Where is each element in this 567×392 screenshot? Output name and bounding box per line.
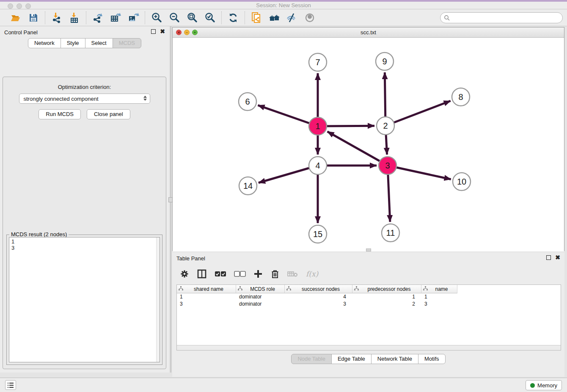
save-session-icon[interactable] bbox=[27, 11, 40, 24]
control-panel-tabs: Network Style Select MCDS bbox=[0, 38, 169, 48]
canvas-grip[interactable] bbox=[366, 248, 371, 251]
network-graph[interactable]: 1234678910111415 bbox=[173, 38, 565, 251]
network-window-titlebar[interactable]: ✕ − + scc.txt bbox=[173, 28, 564, 38]
mcds-result-list[interactable]: 1 3 bbox=[9, 237, 160, 362]
network-canvas[interactable]: 1234678910111415 bbox=[173, 38, 564, 251]
table-row[interactable]: 3dominator323 bbox=[177, 301, 561, 308]
export-table-icon[interactable] bbox=[109, 11, 122, 24]
export-image-icon[interactable] bbox=[127, 11, 140, 24]
node-label: 8 bbox=[458, 92, 463, 102]
refresh-group bbox=[222, 11, 245, 24]
column-tree-icon bbox=[423, 286, 428, 292]
app-title: Session: New Session bbox=[0, 2, 567, 8]
graph-node-2[interactable]: 2 bbox=[377, 117, 394, 135]
node-table: shared nameMCDS rolesuccessor nodesprede… bbox=[176, 284, 561, 351]
delete-column-icon[interactable] bbox=[270, 269, 280, 279]
graph-node-7[interactable]: 7 bbox=[309, 53, 327, 71]
node-label: 2 bbox=[383, 121, 388, 130]
tab-edge-table[interactable]: Edge Table bbox=[331, 354, 372, 364]
column-header-name[interactable]: name bbox=[421, 285, 457, 293]
table-cell[interactable]: 1 bbox=[421, 293, 457, 301]
close-panel-icon[interactable]: ✖ bbox=[160, 29, 165, 34]
hide-selected-icon[interactable] bbox=[286, 11, 298, 24]
tab-style[interactable]: Style bbox=[61, 38, 85, 48]
node-label: 10 bbox=[457, 177, 466, 186]
deselect-all-rows-icon[interactable] bbox=[234, 271, 246, 277]
maximize-network-icon[interactable]: + bbox=[192, 30, 198, 35]
table-row[interactable]: 1dominator411 bbox=[177, 293, 561, 301]
zoom-selected-icon[interactable] bbox=[204, 11, 216, 24]
graph-node-1[interactable]: 1 bbox=[309, 117, 327, 135]
column-header-predecessor-nodes[interactable]: predecessor nodes bbox=[352, 285, 421, 293]
node-label: 4 bbox=[315, 161, 320, 170]
graph-node-3[interactable]: 3 bbox=[379, 157, 396, 174]
column-header-shared-name[interactable]: shared name bbox=[177, 285, 236, 293]
edge-2-8[interactable] bbox=[385, 101, 451, 126]
table-cell[interactable]: 2 bbox=[352, 301, 421, 308]
clone-network-icon[interactable] bbox=[250, 11, 263, 24]
edge-3-10[interactable] bbox=[388, 166, 451, 179]
chevron-up-down-icon bbox=[143, 96, 147, 101]
tab-motifs[interactable]: Motifs bbox=[418, 354, 446, 364]
graph-node-10[interactable]: 10 bbox=[453, 173, 471, 190]
run-mcds-button[interactable]: Run MCDS bbox=[39, 109, 81, 119]
graph-node-15[interactable]: 15 bbox=[309, 225, 327, 243]
graph-node-14[interactable]: 14 bbox=[239, 177, 257, 195]
edge-1-6[interactable] bbox=[258, 105, 318, 126]
mcds-result-group: MCDS result (2 nodes) 1 3 bbox=[6, 235, 162, 365]
tab-node-table[interactable]: Node Table bbox=[291, 354, 332, 364]
network-search-input[interactable] bbox=[440, 12, 563, 23]
show-columns-icon[interactable] bbox=[197, 269, 207, 279]
table-cell[interactable]: dominator bbox=[236, 293, 285, 301]
add-column-icon[interactable] bbox=[253, 269, 263, 279]
close-network-icon[interactable]: ✕ bbox=[176, 30, 182, 35]
table-cell[interactable]: 4 bbox=[285, 293, 352, 301]
memory-label: Memory bbox=[537, 382, 557, 389]
tab-mcds[interactable]: MCDS bbox=[113, 38, 141, 48]
import-network-from-file-icon[interactable] bbox=[50, 11, 63, 24]
result-scrollbar[interactable] bbox=[156, 237, 160, 362]
table-header-row: shared nameMCDS rolesuccessor nodesprede… bbox=[177, 285, 561, 293]
float-table-panel-icon[interactable] bbox=[546, 255, 551, 260]
minimize-network-icon[interactable]: − bbox=[184, 30, 190, 35]
table-cell[interactable]: 3 bbox=[421, 301, 457, 308]
graph-node-6[interactable]: 6 bbox=[239, 93, 256, 110]
show-all-icon[interactable] bbox=[303, 11, 316, 24]
tab-select[interactable]: Select bbox=[85, 38, 113, 48]
table-cell[interactable]: 1 bbox=[352, 293, 421, 301]
float-panel-icon[interactable] bbox=[151, 29, 156, 34]
zoom-fit-icon[interactable] bbox=[186, 11, 198, 24]
tab-network[interactable]: Network bbox=[28, 38, 61, 48]
table-settings-icon[interactable] bbox=[180, 269, 189, 279]
open-session-icon[interactable] bbox=[9, 11, 22, 24]
node-label: 15 bbox=[313, 229, 322, 239]
zoom-out-icon[interactable] bbox=[168, 11, 181, 24]
task-history-button[interactable] bbox=[5, 380, 16, 390]
first-neighbors-icon[interactable] bbox=[268, 11, 281, 24]
tab-network-table[interactable]: Network Table bbox=[371, 354, 418, 364]
refresh-layout-icon[interactable] bbox=[227, 11, 239, 24]
export-network-icon[interactable] bbox=[91, 11, 104, 24]
graph-node-9[interactable]: 9 bbox=[376, 52, 394, 70]
select-all-rows-icon[interactable] bbox=[215, 271, 226, 277]
table-horizontal-scrollbar[interactable] bbox=[177, 345, 561, 350]
column-header-successor-nodes[interactable]: successor nodes bbox=[285, 285, 352, 293]
table-cell[interactable]: 1 bbox=[177, 293, 236, 301]
view-group bbox=[245, 11, 321, 24]
close-panel-button[interactable]: Close panel bbox=[87, 109, 130, 119]
import-table-from-file-icon[interactable] bbox=[68, 11, 81, 24]
column-tree-icon bbox=[354, 286, 359, 292]
table-cell[interactable]: 3 bbox=[285, 301, 352, 308]
close-table-panel-icon[interactable]: ✖ bbox=[555, 255, 560, 260]
criterion-dropdown[interactable]: strongly connected component bbox=[19, 94, 150, 104]
edge-3-1[interactable] bbox=[328, 132, 388, 166]
zoom-in-icon[interactable] bbox=[150, 11, 163, 24]
memory-button[interactable]: Memory bbox=[526, 380, 562, 390]
table-cell[interactable]: 3 bbox=[177, 301, 236, 308]
column-header-MCDS-role[interactable]: MCDS role bbox=[236, 285, 285, 293]
graph-node-8[interactable]: 8 bbox=[452, 88, 470, 106]
table-cell[interactable]: dominator bbox=[236, 301, 285, 308]
graph-node-4[interactable]: 4 bbox=[309, 157, 327, 174]
graph-node-11[interactable]: 11 bbox=[382, 224, 399, 242]
search-icon bbox=[444, 15, 450, 22]
